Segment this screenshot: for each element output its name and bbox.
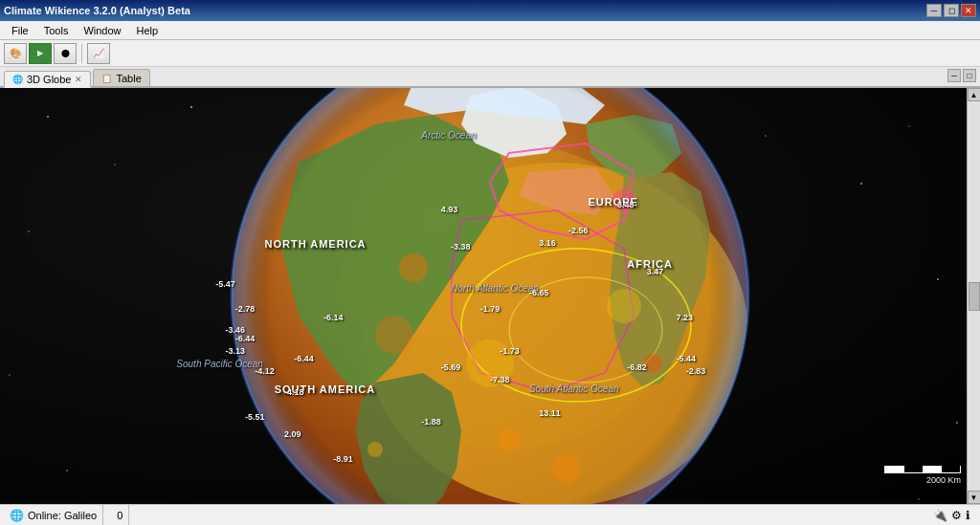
data-label-10: 2.09 (284, 429, 301, 439)
data-label-6: -6.14 (323, 313, 344, 322)
scroll-down[interactable]: ▼ (968, 491, 981, 504)
svg-point-10 (66, 470, 68, 471)
data-label-13: -3.38 (451, 242, 471, 252)
scale-bar: 2000 Km (884, 466, 961, 485)
tab-controls: ─ □ (947, 69, 976, 82)
color-wheel-button[interactable]: 🎨 (4, 43, 27, 64)
data-label-19: 3.47 (647, 267, 664, 276)
app-title: Climate Wikience 3.2.0 (Analyst) Beta (4, 5, 190, 16)
tab-table[interactable]: 📋 Table (93, 69, 149, 86)
data-label-8: -4.18 (284, 387, 304, 397)
play-button[interactable]: ▶ (29, 43, 52, 64)
tab-bar: 🌐 3D Globe ✕ 📋 Table ─ □ (0, 67, 980, 88)
svg-point-0 (47, 116, 49, 118)
coordinates-value: 0 (117, 510, 122, 521)
online-status: Online: Galileo (28, 510, 97, 521)
data-label-5: -6.44 (235, 334, 256, 343)
svg-point-8 (9, 374, 11, 376)
globe-container[interactable]: NORTH AMERICA SOUTH AMERICA EUROPE AFRIC… (0, 88, 980, 504)
data-label-12: 4.93 (441, 205, 458, 214)
record-button[interactable]: ⬤ (54, 43, 77, 64)
status-coord-section: 0 (111, 505, 129, 525)
data-label-11: -8.91 (333, 454, 353, 464)
svg-point-5 (908, 125, 909, 126)
south-pacific-label: South Pacific Ocean (176, 359, 263, 369)
globe-tab-label: 3D Globe (27, 74, 71, 85)
data-label-14: 3.16 (539, 238, 556, 248)
north-atlantic-label: North Atlantic Ocean (451, 283, 539, 294)
network-tray-icon: 🔌 (933, 509, 947, 522)
status-bar: 🌐 Online: Galileo 0 🔌 ⚙ ℹ (0, 504, 980, 525)
data-label-9: -5.51 (245, 412, 265, 422)
data-label-21: -5.44 (677, 354, 697, 363)
data-label-20: 7.23 (677, 313, 694, 322)
menu-bar: File Tools Window Help (0, 21, 980, 40)
menu-window[interactable]: Window (76, 23, 128, 38)
data-label-7: -6.44 (294, 354, 314, 363)
scale-line (884, 466, 961, 473)
right-scrollbar[interactable]: ▲ ▼ (967, 88, 980, 504)
data-label-2: -2.78 (235, 304, 256, 314)
toolbar-divider (81, 44, 82, 63)
data-label-29: -4.12 (255, 366, 275, 376)
menu-tools[interactable]: Tools (36, 23, 77, 38)
status-globe-section: 🌐 Online: Galileo (4, 505, 103, 525)
data-label-26: -7.38 (490, 375, 510, 384)
toolbar: 🎨 ▶ ⬤ 📈 (0, 40, 980, 67)
restore-button[interactable]: ◻ (944, 4, 959, 17)
data-label-1: -5.47 (215, 279, 235, 289)
data-label-25: -5.69 (441, 362, 461, 372)
chart-button[interactable]: 📈 (87, 43, 110, 64)
svg-point-11 (918, 498, 920, 500)
data-label-27: 13.11 (539, 408, 561, 418)
svg-point-4 (860, 183, 862, 185)
menu-help[interactable]: Help (129, 23, 167, 38)
status-tray: 🔌 ⚙ ℹ (137, 505, 976, 525)
menu-file[interactable]: File (4, 23, 36, 38)
data-label-23: -2.83 (686, 366, 706, 376)
arctic-ocean-label: Arctic Ocean (421, 130, 476, 141)
data-label-22: -6.82 (627, 362, 647, 372)
info-tray-icon: ℹ (966, 509, 970, 522)
north-america-label: NORTH AMERICA (264, 238, 366, 250)
globe-tab-icon: 🌐 (12, 75, 23, 84)
main-area: NORTH AMERICA SOUTH AMERICA EUROPE AFRIC… (0, 88, 980, 504)
table-tab-label: Table (116, 73, 141, 84)
globe-svg (222, 88, 758, 504)
scale-label: 2000 Km (884, 475, 961, 485)
globe-status-icon: 🌐 (10, 509, 24, 522)
data-label-28: -1.88 (421, 417, 441, 427)
south-atlantic-label: South Atlantic Ocean (529, 383, 619, 394)
minimize-button[interactable]: ─ (926, 4, 942, 17)
svg-point-6 (28, 230, 30, 232)
tab-maximize-button[interactable]: □ (963, 69, 976, 82)
data-label-18: -6.65 (529, 288, 549, 297)
tab-minimize-button[interactable]: ─ (947, 69, 961, 82)
window-controls: ─ ◻ ✕ (926, 4, 976, 17)
svg-point-3 (765, 135, 767, 137)
svg-point-29 (232, 88, 748, 504)
close-button[interactable]: ✕ (961, 4, 976, 17)
globe-tab-close[interactable]: ✕ (75, 75, 82, 84)
system-tray: 🔌 ⚙ ℹ (933, 509, 970, 522)
data-label-17: -1.79 (480, 304, 501, 314)
title-bar: Climate Wikience 3.2.0 (Analyst) Beta ─ … (0, 0, 980, 21)
data-label-4: -3.13 (226, 346, 246, 356)
svg-point-2 (190, 106, 192, 108)
data-label-24: -1.73 (500, 346, 520, 356)
svg-point-1 (114, 164, 116, 165)
scroll-up[interactable]: ▲ (968, 88, 981, 101)
tab-globe[interactable]: 🌐 3D Globe ✕ (4, 71, 91, 88)
data-label-16: 3.48 (617, 200, 635, 209)
scroll-thumb[interactable] (969, 282, 980, 311)
table-tab-icon: 📋 (101, 74, 112, 83)
svg-point-7 (937, 278, 939, 280)
svg-point-9 (956, 422, 958, 424)
settings-tray-icon: ⚙ (951, 509, 962, 522)
data-label-15: -2.56 (568, 226, 589, 235)
